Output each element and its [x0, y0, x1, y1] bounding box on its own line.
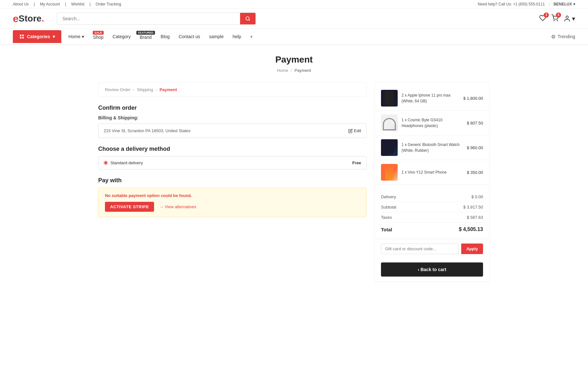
item-name: 1 x Generic Blutooth Smart Watch (White,…: [402, 142, 460, 153]
chevron-down-icon: ▾: [572, 15, 575, 22]
delivery-section: Choose a delivery method Standard delive…: [98, 146, 367, 169]
product-image-watch: [381, 139, 398, 156]
back-to-cart-button[interactable]: ‹ Back to cart: [381, 262, 483, 277]
standard-delivery-label[interactable]: Standard delivery: [104, 160, 143, 165]
my-account-link[interactable]: My Account: [40, 2, 60, 6]
item-price: $ 960.00: [467, 145, 483, 150]
order-summary: 2 x Apple Iphone 11 pro max (White, 64 G…: [374, 82, 490, 282]
svg-point-2: [554, 20, 554, 21]
order-item: 1 x Vivo Y12 Smart Phone $ 350.00: [375, 160, 489, 185]
payment-warning-box: No suitable payment option could be foun…: [98, 188, 367, 217]
svg-rect-5: [20, 35, 22, 36]
order-item: 1 x Generic Blutooth Smart Watch (White,…: [375, 135, 489, 160]
edit-address-btn[interactable]: Edit: [348, 128, 361, 133]
item-info: 1 x Cosmic Byte GS410 Headphones (plasti…: [402, 117, 463, 129]
header-icons: 3 5 ▾: [539, 14, 575, 23]
cart-badge: 5: [556, 13, 561, 18]
main-nav: Categories ▾ Home ▾ SALE Shop Category F…: [0, 29, 588, 45]
chevron-down-icon: ▾: [573, 2, 575, 6]
nav-brand[interactable]: FEATURED Brand: [135, 29, 156, 44]
svg-point-4: [566, 16, 568, 18]
search-icon: [245, 16, 250, 21]
search-button[interactable]: [240, 13, 255, 24]
nav-sample[interactable]: sample: [205, 30, 228, 44]
cart-icon-btn[interactable]: 5: [551, 14, 558, 23]
item-price: $ 1,800.00: [463, 96, 483, 101]
top-bar-links: About Us | My Account | Wishlist | Order…: [13, 2, 121, 6]
subtotal-value: $ 3,917.50: [463, 205, 483, 210]
view-alternatives-link[interactable]: → View alternatives: [159, 204, 196, 209]
order-tracking-link[interactable]: Order Tracking: [96, 2, 121, 6]
chevron-down-icon: ▾: [53, 34, 55, 39]
nav-home[interactable]: Home ▾: [64, 30, 88, 44]
discount-row: Apply: [375, 239, 489, 259]
step-shipping[interactable]: Shipping: [137, 87, 153, 92]
chevron-down-icon: ▾: [82, 34, 84, 39]
order-totals: Delivery $ 0.00 Subtotal $ 3,917.50 Taxe…: [375, 188, 489, 239]
page-header: Payment Home / Payment: [0, 45, 588, 79]
delivery-label: Delivery: [381, 194, 396, 199]
locale-selector[interactable]: BENELUX ▾: [554, 2, 575, 6]
search-bar: [57, 13, 256, 25]
nav-shop[interactable]: SALE Shop: [89, 29, 108, 44]
item-name: 1 x Vivo Y12 Smart Phone: [402, 170, 446, 175]
svg-rect-7: [20, 37, 22, 39]
pay-with-title: Pay with: [98, 177, 367, 184]
order-item: 2 x Apple Iphone 11 pro max (White, 64 G…: [375, 86, 489, 111]
taxes-value: $ 587.63: [467, 215, 483, 220]
grid-icon: [19, 34, 24, 39]
wishlist-icon-btn[interactable]: 3: [539, 14, 546, 23]
billing-shipping-label: Billing & Shipping:: [98, 115, 367, 120]
delivery-option: Standard delivery Free: [98, 156, 367, 169]
categories-menu[interactable]: Categories ▾: [13, 30, 61, 43]
total-value: $ 4,505.13: [459, 227, 483, 232]
svg-rect-6: [22, 35, 24, 36]
standard-delivery-radio[interactable]: [104, 161, 108, 165]
subtotal-label: Subtotal: [381, 205, 396, 210]
sale-badge: SALE: [93, 31, 104, 35]
total-label: Total: [381, 227, 392, 232]
checkout-steps: Review Order › Shipping › Payment: [98, 82, 367, 97]
svg-rect-8: [22, 37, 24, 39]
breadcrumb: Home / Payment: [13, 68, 575, 73]
nav-contact[interactable]: Contact us: [174, 30, 205, 44]
item-name: 2 x Apple Iphone 11 pro max (White, 64 G…: [402, 93, 451, 103]
svg-point-3: [557, 20, 558, 21]
main-content: Review Order › Shipping › Payment Confir…: [85, 79, 503, 295]
delivery-price: Free: [352, 160, 361, 165]
top-bar: About Us | My Account | Wishlist | Order…: [0, 0, 588, 9]
product-image-iphone: [381, 90, 398, 107]
discount-code-input[interactable]: [381, 244, 459, 254]
delivery-value: $ 0.00: [471, 194, 483, 199]
order-item: 1 x Cosmic Byte GS410 Headphones (plasti…: [375, 111, 489, 135]
trending-btn[interactable]: ⚙ Trending: [551, 34, 575, 40]
item-name: 1 x Cosmic Byte GS410 Headphones (plasti…: [402, 118, 442, 128]
item-price: $ 350.00: [467, 170, 483, 175]
wishlist-link[interactable]: Wishlist: [71, 2, 84, 6]
account-menu[interactable]: ▾: [564, 15, 575, 22]
nav-blog[interactable]: Blog: [156, 30, 174, 44]
breadcrumb-home[interactable]: Home: [277, 68, 288, 73]
confirm-order-title: Confirm order: [98, 105, 367, 111]
breadcrumb-current: Payment: [295, 68, 311, 73]
gear-icon: ⚙: [551, 34, 556, 40]
nav-help[interactable]: help: [228, 30, 246, 44]
product-image-headphone: [381, 115, 398, 131]
product-image-phone: [381, 164, 398, 181]
svg-line-1: [249, 20, 250, 21]
activate-stripe-button[interactable]: ACTIVATE STRIPE: [105, 202, 154, 212]
step-review[interactable]: Review Order: [105, 87, 130, 92]
user-icon: [564, 15, 571, 22]
nav-more[interactable]: +: [246, 30, 257, 44]
about-us-link[interactable]: About Us: [13, 2, 29, 6]
logo[interactable]: eStore.: [13, 13, 44, 25]
address-text: 215 Vine St, Scranton PA 18503, United S…: [104, 128, 191, 133]
item-info: 1 x Vivo Y12 Smart Phone: [402, 169, 463, 175]
nav-category[interactable]: Category: [108, 30, 135, 44]
step-payment: Payment: [160, 87, 177, 92]
apply-discount-button[interactable]: Apply: [461, 244, 483, 254]
left-panel: Review Order › Shipping › Payment Confir…: [98, 82, 367, 282]
search-input[interactable]: [57, 13, 240, 24]
taxes-label: Taxes: [381, 215, 392, 220]
item-info: 1 x Generic Blutooth Smart Watch (White,…: [402, 142, 463, 153]
